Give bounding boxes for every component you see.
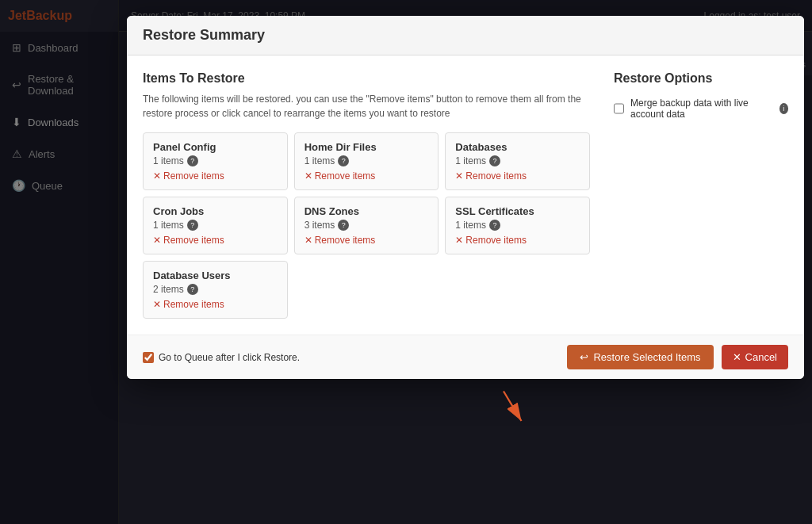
items-description: The following items will be restored. yo… <box>143 92 590 120</box>
remove-link[interactable]: ✕ Remove items <box>304 235 429 246</box>
item-card-dns-zones: DNS Zones 3 items ? ✕ Remove items <box>294 197 439 254</box>
modal-body: Items To Restore The following items wil… <box>127 55 804 335</box>
item-card-home-dir: Home Dir Files 1 items ? ✕ Remove items <box>294 132 439 190</box>
restore-selected-button[interactable]: ↩ Restore Selected Items <box>567 345 713 369</box>
item-count: 2 items ? <box>153 284 278 295</box>
remove-x-icon: ✕ <box>153 235 161 246</box>
restore-options-section: Restore Options Merge backup data with l… <box>614 71 788 319</box>
remove-link[interactable]: ✕ Remove items <box>304 170 429 182</box>
item-count: 1 items ? <box>153 155 278 166</box>
item-count: 3 items ? <box>304 220 429 231</box>
merge-checkbox[interactable] <box>614 103 624 114</box>
help-icon[interactable]: ? <box>338 155 349 166</box>
item-title: SSL Certificates <box>455 205 580 217</box>
item-title: Panel Config <box>153 141 278 153</box>
remove-x-icon: ✕ <box>153 299 161 310</box>
queue-checkbox[interactable] <box>143 352 154 363</box>
item-card-db-users: Database Users 2 items ? ✕ Remove items <box>143 261 288 319</box>
item-count: 1 items ? <box>455 220 580 231</box>
remove-x-icon: ✕ <box>304 235 312 246</box>
item-card-ssl: SSL Certificates 1 items ? ✕ Remove item… <box>445 197 590 254</box>
help-icon[interactable]: ? <box>187 220 198 231</box>
help-icon[interactable]: ? <box>187 284 198 295</box>
item-card-cron-jobs: Cron Jobs 1 items ? ✕ Remove items <box>143 197 288 254</box>
help-icon[interactable]: ? <box>187 155 198 166</box>
remove-link[interactable]: ✕ Remove items <box>153 170 278 182</box>
restore-selected-icon: ↩ <box>580 351 588 363</box>
remove-x-icon: ✕ <box>153 170 161 182</box>
modal-title: Restore Summary <box>143 27 788 44</box>
item-card-databases: Databases 1 items ? ✕ Remove items <box>445 132 590 190</box>
item-count: 1 items ? <box>153 220 278 231</box>
item-title: DNS Zones <box>304 205 429 217</box>
cancel-label: Cancel <box>745 351 777 363</box>
items-section-title: Items To Restore <box>143 71 590 86</box>
item-title: Cron Jobs <box>153 205 278 217</box>
modal-footer: Go to Queue after I click Restore. ↩ Res… <box>127 335 804 379</box>
modal-header: Restore Summary <box>127 16 804 55</box>
item-count: 1 items ? <box>304 155 429 166</box>
restore-options-title: Restore Options <box>614 71 788 86</box>
item-count: 1 items ? <box>455 155 580 166</box>
restore-summary-modal: Restore Summary Items To Restore The fol… <box>127 16 804 379</box>
help-icon[interactable]: ? <box>338 220 349 231</box>
merge-help-icon[interactable]: i <box>779 103 788 114</box>
merge-checkbox-row: Merge backup data with live account data… <box>614 98 788 120</box>
help-icon[interactable]: ? <box>489 220 500 231</box>
remove-x-icon: ✕ <box>455 170 463 182</box>
remove-link[interactable]: ✕ Remove items <box>153 299 278 310</box>
remove-link[interactable]: ✕ Remove items <box>455 170 580 182</box>
item-title: Home Dir Files <box>304 141 429 153</box>
item-title: Databases <box>455 141 580 153</box>
items-grid: Panel Config 1 items ? ✕ Remove items Ho… <box>143 132 590 319</box>
remove-x-icon: ✕ <box>455 235 463 246</box>
merge-label: Merge backup data with live account data <box>630 98 773 120</box>
remove-link[interactable]: ✕ Remove items <box>153 235 278 246</box>
cancel-x-icon: ✕ <box>733 351 741 363</box>
remove-link[interactable]: ✕ Remove items <box>455 235 580 246</box>
restore-selected-label: Restore Selected Items <box>593 351 700 363</box>
items-section: Items To Restore The following items wil… <box>143 71 590 319</box>
help-icon[interactable]: ? <box>489 155 500 166</box>
queue-checkbox-row: Go to Queue after I click Restore. <box>143 352 300 363</box>
cancel-button[interactable]: ✕ Cancel <box>722 345 788 369</box>
item-card-panel-config: Panel Config 1 items ? ✕ Remove items <box>143 132 288 190</box>
queue-label: Go to Queue after I click Restore. <box>159 352 300 363</box>
item-title: Database Users <box>153 270 278 281</box>
remove-x-icon: ✕ <box>304 170 312 182</box>
